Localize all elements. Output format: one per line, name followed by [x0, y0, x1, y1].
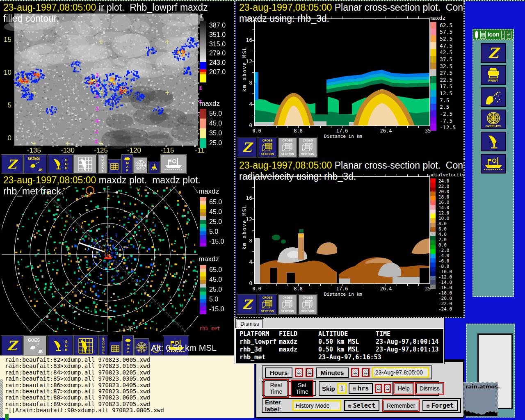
cross-section-button[interactable]: CROSS SECTION — [298, 294, 317, 314]
surveillance-button[interactable]: SUR — [48, 336, 73, 356]
zeb-logo-button[interactable]: Z — [237, 294, 257, 314]
platform-table: PLATFORMFIELDALTITUDETIME rhb_lowprfmaxd… — [235, 328, 444, 364]
hours-forward-button[interactable]: → — [306, 368, 313, 377]
minutes-back-button[interactable]: ← — [351, 368, 359, 377]
colorbar-label: 10.0 — [438, 216, 452, 221]
cross-section-button[interactable]: CROSS SECTION — [298, 137, 317, 157]
map-icon — [123, 156, 131, 161]
map-button[interactable]: MAP — [122, 155, 132, 173]
set-time-button[interactable]: Set Time — [291, 380, 313, 397]
document-icon[interactable]: ▤ — [480, 31, 485, 39]
bounds-button[interactable]: BOUNDS — [99, 336, 108, 356]
cross-section-radialvelocity-window: 23-aug-1997,08:05:00 Planar cross-sectio… — [236, 159, 465, 318]
colorbar-swatch — [430, 22, 436, 29]
polar-grid-button[interactable] — [134, 157, 148, 173]
minimize-button[interactable]: ◦ — [501, 31, 504, 39]
forget-menu-button[interactable]: ▤Forget — [422, 400, 458, 411]
colorbar-label: 279.0 — [209, 49, 226, 58]
radar-dish-button[interactable] — [481, 132, 506, 151]
skip-forward-button[interactable]: → — [384, 384, 391, 393]
colorbar-label: 25.0 — [209, 138, 222, 148]
cube-icon — [261, 299, 274, 310]
radar-window-title: 23-aug-1997,08:05:00 maxdz plot. maxdz p… — [3, 175, 201, 186]
colorbar-swatch — [200, 228, 206, 231]
surveillance-button[interactable]: SUR — [48, 155, 73, 173]
ship-button[interactable] — [161, 155, 186, 173]
cross-section-button[interactable]: CROSS SECTION — [278, 137, 297, 157]
cross-section-button[interactable]: CROSS SECTION — [278, 294, 297, 314]
dismiss-button[interactable]: Dismiss — [416, 383, 443, 393]
polar-grid-icon — [135, 160, 146, 171]
hours-back-button[interactable]: ← — [295, 368, 303, 377]
rain-atmos-icon-window[interactable]: rain.atmos. — [463, 382, 498, 416]
map-button[interactable]: MAP — [123, 336, 133, 356]
maxdz-colorbar-title-2: maxdz — [199, 255, 219, 263]
print-button[interactable]: PRINT — [481, 65, 506, 85]
hours-button[interactable]: Hours — [265, 368, 292, 378]
grid-button[interactable] — [109, 341, 121, 356]
zeb-logo-button[interactable]: Z — [1, 336, 23, 356]
terminal-line: rain:beaufait:82>xdump.all 970823.0005.x… — [5, 357, 164, 363]
select-menu-button[interactable]: ▤Select — [344, 400, 379, 411]
colorbar-swatch — [430, 183, 436, 187]
minutes-forward-button[interactable]: → — [362, 368, 370, 377]
colorbar-label: -2.0 — [438, 248, 452, 253]
zeb-logo-button[interactable]: Z — [237, 137, 257, 157]
colorbar-label: -22.0 — [438, 301, 452, 306]
skip-back-button[interactable]: ← — [375, 384, 382, 393]
terminal-line: rain:beaufait:86>xdump.all 970823.0405.x… — [5, 382, 164, 388]
time-control-panel: Hours ← → Minutes ← → 23-Aug-97,8:05:00 … — [255, 361, 464, 418]
cross-section-button-active[interactable]: CROSS SECTION — [258, 137, 277, 157]
y-tick: 10 — [1, 68, 11, 77]
units-menu-button[interactable]: ▤hrs — [349, 383, 373, 394]
radar-ppi-window: 23-aug-1997,08:05:00 maxdz plot. maxdz p… — [0, 174, 235, 357]
colorbar-swatch — [430, 104, 436, 111]
skip-field[interactable]: 1 — [337, 383, 347, 394]
colorbar-label: -6.0 — [438, 258, 452, 264]
buoy-button[interactable] — [149, 161, 160, 173]
terminal-scrollbar[interactable] — [0, 356, 3, 418]
goes-ir-button[interactable]: GOES .IR — [24, 336, 47, 356]
terminal-output: rain:beaufait:82>xdump.all 970823.0005.x… — [5, 357, 164, 414]
scrollbar-thumb[interactable] — [0, 379, 3, 418]
time-field[interactable]: 23-Aug-97,8:05:00 — [372, 367, 429, 378]
real-time-button[interactable]: Real Time — [265, 380, 288, 397]
grid-radar-button[interactable] — [74, 336, 98, 356]
y-tick: 5 — [1, 101, 11, 110]
goes-ir-button[interactable]: GOES .IR — [24, 155, 47, 173]
colorbar-label: -10.0 — [438, 269, 452, 274]
bounds-label: BOUNDS — [101, 155, 104, 173]
window-menu-button[interactable] — [475, 31, 478, 39]
cross-section-button-active[interactable]: CROSS SECTION — [258, 294, 277, 314]
minutes-button[interactable]: Minutes — [316, 368, 349, 378]
ship-button[interactable] — [481, 154, 506, 173]
remember-button[interactable]: Remember — [383, 401, 418, 411]
polar-grid-button[interactable] — [135, 339, 148, 356]
bounds-button[interactable]: BOUNDS — [98, 155, 107, 173]
colorbar-swatch — [200, 128, 206, 138]
label-field[interactable]: History Mode — [292, 400, 341, 411]
colorbar-swatch — [430, 201, 436, 205]
grid-radar-button[interactable] — [74, 155, 97, 173]
colorbar-label: 27.5 — [440, 69, 456, 76]
station-label: rhb-met — [81, 194, 91, 197]
zeb-logo-button[interactable]: Z — [1, 155, 23, 173]
colorbar-label: 47.5 — [440, 42, 456, 49]
dismiss-button[interactable]: Dismiss — [237, 320, 263, 328]
satellite-spray-icon — [485, 89, 502, 105]
overlays-button[interactable]: OVERLAYS — [481, 110, 506, 129]
colorbar-swatch — [200, 205, 206, 208]
terminal-line: rain:beaufait:88>xdump.all 970823.0605.x… — [5, 395, 164, 401]
colorbar-swatch — [200, 231, 206, 235]
colorbar-label: 4.0 — [438, 232, 452, 237]
icon-panel-body: Z PRINT OVERLAYS — [473, 40, 513, 173]
help-button[interactable]: Help — [395, 383, 413, 393]
colorbar-swatch — [430, 97, 436, 104]
colorbar-label: 6.0 — [438, 226, 452, 232]
colorbar-swatch — [200, 224, 206, 228]
iconify-button[interactable]: ↵ — [507, 31, 511, 39]
colorbar-swatch — [430, 254, 436, 258]
grid-button[interactable] — [108, 160, 121, 173]
goes-spray-button[interactable] — [481, 87, 506, 107]
zeb-logo-button[interactable]: Z — [481, 43, 506, 63]
